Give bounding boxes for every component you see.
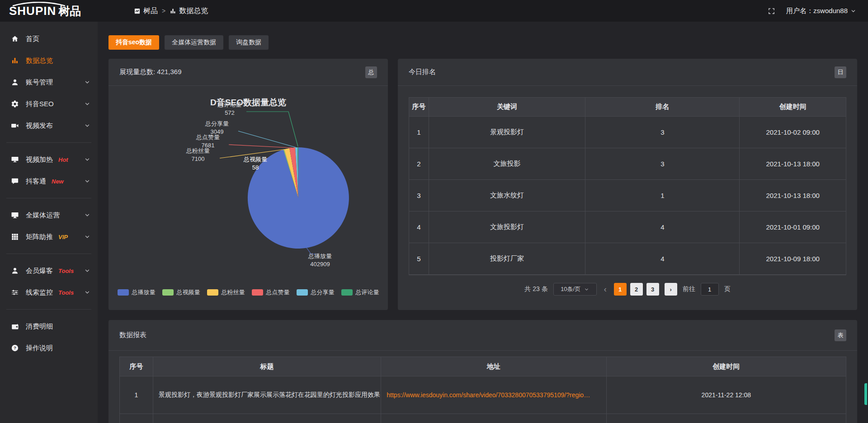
legend-item-总点赞量[interactable]: 总点赞量 (252, 288, 290, 296)
page-size-value: 10条/页 (561, 285, 580, 293)
sidebar-item-douketong[interactable]: 抖客通New (0, 170, 98, 192)
table-cell: 文旅投影灯 (429, 212, 585, 243)
chevron-down-icon (84, 122, 90, 129)
legend-label: 总粉丝量 (222, 288, 245, 296)
user-menu[interactable]: 用户名：zswodun88 (786, 7, 856, 15)
breadcrumb-label: 树品 (143, 6, 158, 16)
home-icon (11, 35, 19, 43)
day-badge-button[interactable]: 日 (835, 66, 846, 78)
page-size-select[interactable]: 10条/页 (553, 283, 597, 296)
table-row: 1景观投影灯，夜游景观投影灯厂家展示展示落花灯在花园里的灯光投影应用效果 #ht… (120, 376, 846, 414)
sidebar-item-help[interactable]: ?操作说明 (0, 337, 98, 359)
next-page-button[interactable]: › (665, 283, 677, 296)
sidebar-item-home[interactable]: 首页 (0, 28, 98, 50)
pie-label-line (246, 112, 298, 146)
wallet-icon (11, 322, 19, 330)
table-cell (120, 414, 153, 423)
table-row: 3文旅水纹灯12021-10-13 18:00 (409, 180, 846, 212)
goto-page-input[interactable] (701, 283, 719, 296)
app-window-icon (134, 8, 141, 14)
report-card-header: 数据报表 表 (108, 320, 857, 351)
tab-inquiry-data[interactable]: 询盘数据 (229, 35, 269, 50)
legend-item-总分享量[interactable]: 总分享量 (297, 288, 335, 296)
legend-item-总视频量[interactable]: 总视频量 (162, 288, 200, 296)
breadcrumb-item-current[interactable]: 数据总览 (170, 6, 208, 16)
table-cell: 3 (585, 117, 740, 148)
tab-media-operation-data[interactable]: 全媒体运营数据 (165, 35, 223, 50)
table-row: 1景观投影灯32021-10-02 09:00 (409, 117, 846, 148)
table-cell: 2021-10-13 18:00 (740, 180, 846, 212)
legend-swatch (252, 289, 263, 296)
legend-swatch (297, 289, 308, 296)
breadcrumb-item-home[interactable]: 树品 (134, 6, 158, 16)
pie-label-name: 总播放量 (308, 253, 332, 259)
legend-item-总评论量[interactable]: 总评论量 (341, 288, 379, 296)
table-cell: 5 (409, 243, 429, 275)
sidebar-item-matrix-boost[interactable]: 矩阵助推VIP (0, 226, 98, 248)
edge-widget-sliver[interactable] (864, 383, 867, 405)
breadcrumb: 树品 > 数据总览 (134, 6, 208, 16)
table-cell: 2021-10-01 09:00 (740, 212, 846, 243)
sidebar-item-account-manage[interactable]: 账号管理 (0, 71, 98, 93)
sidebar-item-video-heat[interactable]: 视频加热Hot (0, 149, 98, 170)
table-row (120, 414, 846, 423)
table-cell: 1 (120, 376, 153, 414)
table-cell: 4 (585, 212, 740, 243)
logo-arc (10, 2, 68, 6)
question-icon: ? (11, 344, 19, 352)
pagination-total: 共 23 条 (524, 285, 547, 293)
sidebar-item-member-baoke[interactable]: 会员爆客Tools (0, 260, 98, 282)
fullscreen-icon[interactable] (768, 7, 775, 15)
legend-item-总粉丝量[interactable]: 总粉丝量 (207, 288, 245, 296)
chevron-down-icon (84, 101, 90, 107)
svg-text:?: ? (14, 345, 16, 350)
member-icon (11, 267, 19, 275)
sidebar-item-consumption[interactable]: 消费明细 (0, 315, 98, 337)
table-cell: 文旅水纹灯 (429, 180, 585, 212)
tab-douyin-seo-data[interactable]: 抖音seo数据 (108, 35, 159, 50)
sidebar-item-clue-monitor[interactable]: 线索监控Tools (0, 282, 98, 303)
sidebar-item-label: 账号管理 (26, 78, 53, 87)
ranking-table: 序号关键词排名创建时间1景观投影灯32021-10-02 09:002文旅投影3… (409, 97, 846, 275)
sidebar-item-video-publish[interactable]: 视频发布 (0, 115, 98, 136)
sidebar-item-badge: New (52, 178, 64, 185)
page-button-3[interactable]: 3 (646, 283, 659, 296)
sidebar-item-label: 操作说明 (26, 344, 53, 352)
overview-card-header: 展现量总数: 421,369 总 (108, 59, 388, 86)
column-header: 创建时间 (740, 98, 846, 117)
sidebar-item-label: 视频加热 (26, 155, 53, 164)
sidebar-item-badge: Tools (58, 268, 74, 274)
chart-icon (11, 56, 19, 65)
legend-swatch (162, 289, 174, 296)
table-cell: 2021-10-13 18:00 (740, 148, 846, 180)
table-cell: 4 (585, 243, 740, 275)
table-cell: 1 (585, 180, 740, 212)
table-cell: 1 (409, 117, 429, 148)
overview-title: 展现量总数: 421,369 (119, 68, 182, 76)
chevron-down-icon (84, 234, 90, 240)
ranking-title: 今日排名 (409, 68, 436, 76)
page-button-1[interactable]: 1 (614, 283, 627, 296)
page-button-2[interactable]: 2 (630, 283, 643, 296)
data-tabs: 抖音seo数据全媒体运营数据询盘数据 (108, 35, 269, 50)
report-link[interactable]: https://www.iesdouyin.com/share/video/70… (387, 391, 590, 399)
sidebar-item-label: 数据总览 (26, 56, 53, 65)
sidebar-item-label: 线索监控 (26, 288, 53, 297)
legend-item-总播放量[interactable]: 总播放量 (118, 288, 156, 296)
sidebar-item-data-overview[interactable]: 数据总览 (0, 50, 98, 71)
sidebar-item-label: 视频发布 (26, 122, 53, 130)
app-root: SHUPIN 树品 树品 > 数据总览 (0, 0, 868, 423)
table-cell: 2021-11-22 12:08 (607, 376, 846, 414)
table-badge-button[interactable]: 表 (835, 329, 846, 341)
pie-label-value: 402909 (310, 261, 330, 268)
goto-suffix: 页 (724, 285, 731, 293)
chevron-down-icon (584, 287, 589, 292)
prev-page-button[interactable]: ‹ (602, 285, 609, 293)
sidebar-item-media-operation[interactable]: 全媒体运营 (0, 204, 98, 226)
total-badge-button[interactable]: 总 (365, 66, 377, 78)
table-cell: 景观投影灯，夜游景观投影灯厂家展示展示落花灯在花园里的灯光投影应用效果 # (153, 376, 381, 414)
table-cell: 2021-10-09 18:00 (740, 243, 846, 275)
chart-legend: 总播放量总视频量总粉丝量总点赞量总分享量总评论量 (108, 288, 388, 296)
table-row: 2文旅投影32021-10-13 18:00 (409, 148, 846, 180)
sidebar-item-douyin-seo[interactable]: 抖音SEO (0, 93, 98, 115)
